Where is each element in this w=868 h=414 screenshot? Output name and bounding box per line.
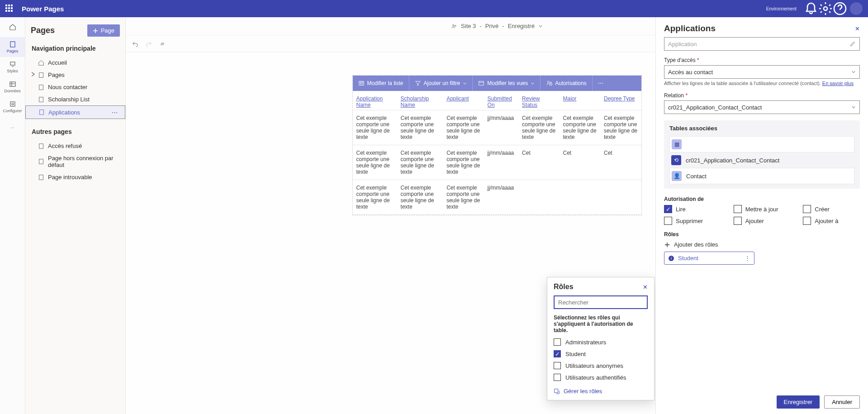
list-views-button[interactable]: Modifier les vues	[473, 76, 541, 91]
manage-roles-link[interactable]: Gérer les rôles	[554, 388, 648, 395]
nav-item-home[interactable]: Accueil	[25, 57, 125, 69]
perm-addto[interactable]: Ajouter à	[803, 217, 860, 225]
nav-item-contact[interactable]: Nous contacter	[25, 81, 125, 93]
perm-read[interactable]: ✓Lire	[664, 205, 721, 213]
perm-add[interactable]: Ajouter	[734, 217, 791, 225]
col-submitted[interactable]: Submitted On	[484, 91, 518, 110]
table-row[interactable]: Cet exemple comporte une seule ligne de …	[353, 110, 641, 145]
table-select[interactable]: Application	[664, 37, 860, 51]
user-avatar[interactable]	[850, 2, 863, 15]
table-cell: Cet	[600, 145, 641, 180]
col-degree[interactable]: Degree Type	[600, 91, 641, 110]
add-roles-button[interactable]: Ajouter des rôles	[664, 241, 860, 248]
perm-update[interactable]: Mettre à jour	[734, 205, 791, 213]
perm-create[interactable]: Créer	[803, 205, 860, 213]
cancel-button[interactable]: Annuler	[824, 395, 860, 409]
nav-title: Pages	[31, 26, 55, 35]
add-page-button[interactable]: Page	[87, 24, 120, 37]
svg-point-6	[12, 103, 14, 105]
rail-setup[interactable]: Configurer	[0, 97, 25, 117]
svg-point-18	[547, 81, 549, 83]
nav-item-more-icon[interactable]: ⋯	[112, 109, 118, 116]
roles-popup-close-icon[interactable]: ✕	[643, 284, 648, 290]
svg-rect-5	[10, 102, 15, 106]
data-table: Application Name Scholarship Name Applic…	[353, 91, 641, 215]
table-cell: jj/mm/aaaa	[484, 145, 518, 180]
redo-button[interactable]	[146, 41, 152, 47]
roles-search-input[interactable]	[554, 295, 648, 309]
nav-item-pages[interactable]: Pages	[25, 69, 125, 81]
table-cell: Cet exemple comporte une seule ligne de …	[397, 110, 443, 145]
nav-item-access-denied[interactable]: Accès refusé	[25, 140, 125, 152]
roles-popup: Rôles ✕ Sélectionnez les rôles qui s'app…	[547, 277, 655, 400]
table-cell	[518, 180, 559, 215]
access-type-select[interactable]: Accès au contact	[664, 65, 860, 79]
rail-pages[interactable]: Pages	[0, 37, 25, 57]
role-option-anon[interactable]: Utilisateurs anonymes	[554, 360, 648, 371]
panel-title: Applications	[664, 24, 716, 33]
role-option-student[interactable]: ✓Student	[554, 348, 648, 360]
assoc-row-contact: 👤Contact	[669, 168, 854, 184]
role-chip-student[interactable]: iStudent ⋮	[664, 252, 754, 265]
table-row[interactable]: Cet exemple comporte une seule ligne de …	[353, 180, 641, 215]
rail-more[interactable]: ...	[0, 117, 25, 137]
col-review[interactable]: Review Status	[518, 91, 559, 110]
learn-more-link[interactable]: En savoir plus	[822, 81, 854, 86]
perm-delete[interactable]: Supprimer	[664, 217, 721, 225]
list-filter-button[interactable]: Ajouter un filtre	[409, 76, 473, 91]
table-cell	[560, 180, 600, 215]
link-button[interactable]	[159, 41, 166, 47]
svg-rect-8	[39, 85, 43, 90]
roles-popup-desc: Sélectionnez les rôles qui s'appliquent …	[554, 314, 648, 333]
col-app-name[interactable]: Application Name	[353, 91, 397, 110]
nav-section-other: Autres pages	[25, 126, 125, 140]
chevron-down-icon[interactable]	[538, 24, 543, 29]
rail-styles[interactable]: Styles	[0, 57, 25, 77]
svg-point-0	[824, 7, 827, 10]
undo-button[interactable]	[132, 41, 138, 47]
list-more-button[interactable]: ⋯	[593, 76, 609, 91]
rail-data[interactable]: Données	[0, 77, 25, 97]
col-major[interactable]: Major	[560, 91, 600, 110]
svg-rect-16	[359, 81, 364, 86]
list-edit-button[interactable]: Modifier la liste	[353, 76, 409, 91]
perm-title: Autorisation de	[664, 196, 860, 202]
svg-rect-19	[550, 83, 552, 85]
assoc-row-table: ▦	[669, 136, 854, 152]
list-toolbar: Modifier la liste Ajouter un filtre Modi…	[353, 76, 641, 91]
app-launcher-icon[interactable]	[5, 5, 14, 13]
save-button[interactable]: Enregistrer	[777, 395, 820, 409]
table-cell: Cet	[518, 145, 559, 180]
role-chip-more-icon[interactable]: ⋮	[745, 255, 750, 262]
table-cell: Cet exemple comporte une seule ligne de …	[443, 180, 484, 215]
table-cell: Cet exemple comporte une seule ligne de …	[560, 110, 600, 145]
nav-item-scholarship[interactable]: Scholarship List	[25, 93, 125, 105]
nav-item-offline[interactable]: Page hors connexion par défaut	[25, 152, 125, 171]
role-option-auth[interactable]: Utilisateurs authentifiés	[554, 371, 648, 383]
relation-select[interactable]: cr021_Application_Contact_Contact	[664, 100, 860, 114]
table-row[interactable]: Cet exemple comporte une seule ligne de …	[353, 145, 641, 180]
nav-item-notfound[interactable]: Page introuvable	[25, 171, 125, 183]
table-cell	[600, 180, 641, 215]
left-rail: Pages Styles Données Configurer ...	[0, 17, 25, 414]
rail-home[interactable]	[0, 17, 25, 37]
svg-rect-2	[10, 42, 15, 47]
nav-item-applications[interactable]: Applications⋯	[25, 105, 125, 119]
environment-indicator[interactable]: Environnement	[766, 6, 797, 11]
svg-rect-12	[39, 159, 43, 164]
assoc-row-relation: ⟲cr021_Application_Contact_Contact	[669, 152, 854, 168]
relation-label: Relation *	[664, 92, 860, 99]
role-option-admins[interactable]: Administrateurs	[554, 336, 648, 348]
settings-icon[interactable]	[818, 1, 833, 16]
help-icon[interactable]	[833, 1, 847, 16]
col-scholarship[interactable]: Scholarship Name	[397, 91, 443, 110]
list-permissions-button[interactable]: Autorisations	[541, 76, 592, 91]
svg-rect-7	[39, 72, 43, 77]
notifications-icon[interactable]	[804, 1, 818, 16]
table-cell: Cet exemple comporte une seule ligne de …	[443, 110, 484, 145]
svg-point-14	[453, 24, 455, 26]
col-applicant[interactable]: Applicant	[443, 91, 484, 110]
list-widget[interactable]: Modifier la liste Ajouter un filtre Modi…	[352, 75, 642, 215]
panel-close-icon[interactable]: ✕	[855, 25, 860, 32]
svg-rect-17	[479, 81, 484, 86]
